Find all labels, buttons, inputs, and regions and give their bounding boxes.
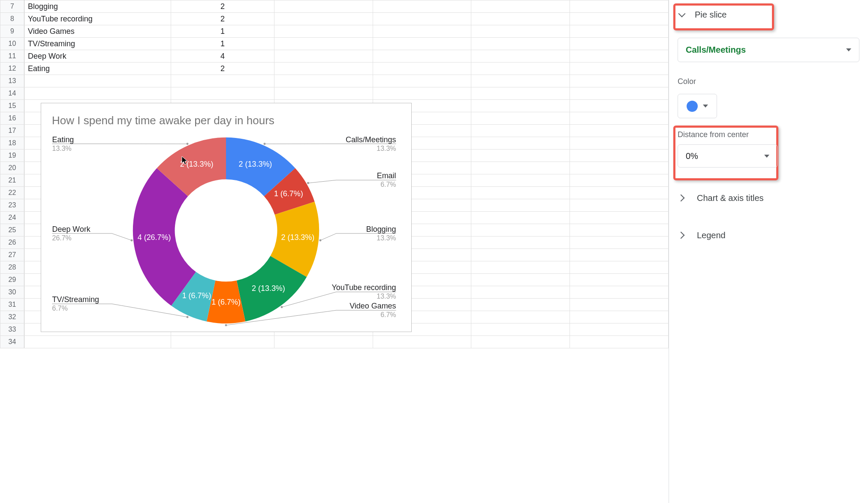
cell[interactable]: 1 <box>171 25 274 38</box>
embedded-chart[interactable]: How I spend my time awake per day in hou… <box>41 103 412 332</box>
cell[interactable]: Video Games <box>24 25 171 38</box>
cell[interactable] <box>570 174 669 187</box>
distance-from-center-dropdown[interactable]: 0% <box>678 144 778 168</box>
cell[interactable] <box>373 13 471 25</box>
cell[interactable] <box>471 13 570 25</box>
row-number[interactable]: 12 <box>0 63 24 75</box>
cell[interactable] <box>570 137 669 150</box>
row-number[interactable]: 28 <box>0 261 24 274</box>
row-number[interactable]: 29 <box>0 274 24 286</box>
cell[interactable] <box>570 100 669 112</box>
cell[interactable] <box>274 38 373 50</box>
row-number[interactable]: 8 <box>0 13 24 25</box>
cell[interactable] <box>570 25 669 38</box>
cell[interactable] <box>471 137 570 150</box>
cell[interactable] <box>471 274 570 286</box>
chart-axis-titles-section-header[interactable]: Chart & axis titles <box>678 191 859 205</box>
cell[interactable] <box>274 87 373 100</box>
cell[interactable] <box>570 323 669 336</box>
cell[interactable] <box>570 224 669 237</box>
cell[interactable] <box>471 249 570 261</box>
cell[interactable] <box>570 50 669 63</box>
cell[interactable] <box>570 261 669 274</box>
cell[interactable] <box>570 199 669 212</box>
row-number[interactable]: 33 <box>0 323 24 336</box>
cell[interactable]: Blogging <box>24 0 171 13</box>
slice-selector-dropdown[interactable]: Calls/Meetings <box>678 38 859 62</box>
cell[interactable] <box>570 38 669 50</box>
cell[interactable] <box>373 336 471 348</box>
cell[interactable] <box>471 336 570 348</box>
cell[interactable]: 4 <box>171 50 274 63</box>
spreadsheet-viewport[interactable]: 7Blogging28YouTube recording29Video Game… <box>0 0 669 503</box>
cell[interactable] <box>274 25 373 38</box>
cell[interactable] <box>471 299 570 311</box>
row-number[interactable]: 14 <box>0 87 24 100</box>
cell[interactable] <box>471 187 570 199</box>
cell[interactable] <box>570 286 669 299</box>
cell[interactable] <box>570 274 669 286</box>
cell[interactable] <box>471 311 570 323</box>
row-number[interactable]: 19 <box>0 150 24 162</box>
cell[interactable] <box>471 75 570 87</box>
cell[interactable] <box>274 75 373 87</box>
row-number[interactable]: 26 <box>0 237 24 249</box>
table-row[interactable]: 11Deep Work4 <box>0 50 669 63</box>
cell[interactable] <box>570 162 669 174</box>
row-number[interactable]: 11 <box>0 50 24 63</box>
row-number[interactable]: 30 <box>0 286 24 299</box>
cell[interactable] <box>274 50 373 63</box>
cell[interactable] <box>570 63 669 75</box>
cell[interactable] <box>570 87 669 100</box>
cell[interactable] <box>570 212 669 224</box>
cell[interactable] <box>373 50 471 63</box>
row-number[interactable]: 24 <box>0 212 24 224</box>
cell[interactable] <box>471 50 570 63</box>
cell[interactable] <box>373 63 471 75</box>
cell[interactable] <box>570 150 669 162</box>
pie-slice-section-header[interactable]: Pie slice <box>678 9 859 21</box>
cell[interactable] <box>570 249 669 261</box>
cell[interactable] <box>373 0 471 13</box>
cell[interactable] <box>171 75 274 87</box>
table-row[interactable]: 13 <box>0 75 669 87</box>
cell[interactable] <box>274 0 373 13</box>
cell[interactable]: 2 <box>171 63 274 75</box>
cell[interactable] <box>171 336 274 348</box>
cell[interactable] <box>471 174 570 187</box>
cell[interactable] <box>471 100 570 112</box>
cell[interactable] <box>471 150 570 162</box>
cell[interactable] <box>570 112 669 125</box>
cell[interactable] <box>373 38 471 50</box>
row-number[interactable]: 34 <box>0 336 24 348</box>
row-number[interactable]: 23 <box>0 199 24 212</box>
row-number[interactable]: 25 <box>0 224 24 237</box>
row-number[interactable]: 32 <box>0 311 24 323</box>
legend-section-header[interactable]: Legend <box>678 228 859 242</box>
cell[interactable]: YouTube recording <box>24 13 171 25</box>
row-number[interactable]: 9 <box>0 25 24 38</box>
cell[interactable] <box>471 25 570 38</box>
cell[interactable] <box>373 75 471 87</box>
table-row[interactable]: 12Eating2 <box>0 63 669 75</box>
row-number[interactable]: 16 <box>0 112 24 125</box>
row-number[interactable]: 21 <box>0 174 24 187</box>
table-row[interactable]: 10TV/Streaming1 <box>0 38 669 50</box>
cell[interactable] <box>471 38 570 50</box>
row-number[interactable]: 31 <box>0 299 24 311</box>
cell[interactable] <box>570 336 669 348</box>
cell[interactable] <box>274 336 373 348</box>
row-number[interactable]: 10 <box>0 38 24 50</box>
cell[interactable] <box>373 87 471 100</box>
cell[interactable] <box>471 323 570 336</box>
cell[interactable] <box>570 299 669 311</box>
cell[interactable] <box>471 212 570 224</box>
table-row[interactable]: 34 <box>0 336 669 348</box>
cell[interactable]: 1 <box>171 38 274 50</box>
cell[interactable] <box>471 87 570 100</box>
cell[interactable] <box>471 224 570 237</box>
row-number[interactable]: 22 <box>0 187 24 199</box>
cell[interactable] <box>471 0 570 13</box>
table-row[interactable]: 14 <box>0 87 669 100</box>
cell[interactable] <box>24 336 171 348</box>
